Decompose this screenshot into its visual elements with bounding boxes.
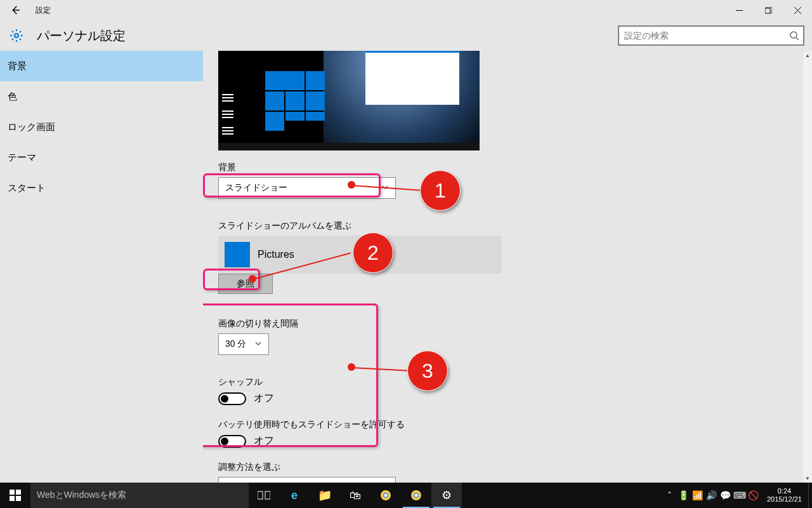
background-dropdown[interactable]: スライドショー bbox=[218, 177, 396, 199]
start-button[interactable] bbox=[0, 483, 30, 508]
sidebar-item-label: 背景 bbox=[8, 60, 27, 72]
window-controls bbox=[724, 0, 812, 20]
tray-wifi[interactable]: 📶 bbox=[691, 483, 705, 508]
background-value: スライドショー bbox=[225, 182, 287, 194]
chrome-icon bbox=[380, 490, 391, 501]
album-name: Pictures bbox=[258, 249, 294, 260]
back-button[interactable] bbox=[0, 0, 30, 20]
folder-icon bbox=[225, 242, 250, 267]
interval-label: 画像の切り替え間隔 bbox=[218, 318, 812, 330]
svg-point-11 bbox=[384, 494, 388, 497]
content-area: 背景 スライドショー スライドショーのアルバムを選ぶ Pictures 参照 画… bbox=[203, 51, 812, 483]
folder-icon: 📁 bbox=[318, 488, 332, 502]
close-button[interactable] bbox=[783, 0, 812, 20]
scrollbar[interactable]: ▲ ▼ bbox=[803, 51, 812, 483]
search-input[interactable] bbox=[618, 25, 804, 46]
tray-ime[interactable]: ⌨ bbox=[733, 483, 747, 508]
gear-icon: ⚙ bbox=[442, 488, 452, 502]
shuffle-value: オフ bbox=[254, 392, 274, 405]
notification-icon: 💬 bbox=[720, 490, 731, 500]
volume-icon: 🔊 bbox=[706, 490, 717, 500]
svg-point-1 bbox=[15, 34, 18, 37]
callout-3: 3 bbox=[407, 351, 448, 391]
header: パーソナル設定 bbox=[0, 20, 812, 51]
sidebar-item-colors[interactable]: 色 bbox=[0, 81, 203, 112]
restore-icon bbox=[765, 7, 772, 14]
edge-icon: e bbox=[291, 489, 298, 502]
body: 背景 色 ロック画面 テーマ スタート 背景 スライドショー スライ bbox=[0, 51, 812, 483]
sidebar-item-lockscreen[interactable]: ロック画面 bbox=[0, 112, 203, 142]
svg-rect-7 bbox=[258, 491, 263, 499]
fit-label: 調整方法を選ぶ bbox=[218, 462, 812, 473]
gear-icon bbox=[9, 28, 24, 43]
shuffle-toggle[interactable] bbox=[218, 392, 246, 405]
clock-date: 2015/12/21 bbox=[767, 495, 802, 504]
sidebar-item-start[interactable]: スタート bbox=[0, 173, 203, 203]
store-icon: 🛍 bbox=[350, 489, 361, 502]
interval-dropdown[interactable]: 30 分 bbox=[218, 333, 269, 355]
annotation-line bbox=[351, 367, 409, 371]
sidebar-item-themes[interactable]: テーマ bbox=[0, 142, 203, 173]
interval-value: 30 分 bbox=[225, 338, 246, 350]
scroll-up-icon[interactable]: ▲ bbox=[803, 51, 812, 60]
taskbar-search[interactable]: WebとWindowsを検索 bbox=[30, 483, 249, 508]
taskbar-edge[interactable]: e bbox=[279, 483, 310, 508]
task-view-icon bbox=[258, 490, 270, 500]
desktop-preview bbox=[218, 51, 480, 150]
battery-icon: 🔋 bbox=[678, 490, 689, 500]
scroll-down-icon[interactable]: ▼ bbox=[803, 474, 812, 483]
taskbar-settings[interactable]: ⚙ bbox=[431, 483, 462, 508]
taskbar-clock[interactable]: 0:24 2015/12/21 bbox=[761, 487, 808, 504]
sidebar-item-label: ロック画面 bbox=[8, 121, 55, 133]
windows-icon bbox=[10, 490, 21, 501]
page-title: パーソナル設定 bbox=[37, 27, 126, 44]
keyboard-icon: ⌨ bbox=[733, 490, 746, 500]
window-title: 設定 bbox=[36, 5, 51, 16]
svg-point-14 bbox=[415, 494, 418, 497]
sidebar-item-label: 色 bbox=[8, 91, 17, 103]
svg-rect-8 bbox=[265, 491, 270, 499]
search-wrap bbox=[618, 25, 804, 46]
svg-rect-3 bbox=[10, 490, 15, 495]
chevron-up-icon: ˄ bbox=[667, 490, 672, 500]
tray-block[interactable]: 🚫 bbox=[747, 483, 761, 508]
taskbar-chrome-2[interactable] bbox=[401, 483, 431, 508]
taskbar-chrome-1[interactable] bbox=[370, 483, 401, 508]
svg-rect-6 bbox=[16, 496, 21, 501]
task-view-button[interactable] bbox=[249, 483, 279, 508]
taskbar-store[interactable]: 🛍 bbox=[340, 483, 370, 508]
sidebar-item-label: スタート bbox=[8, 182, 46, 194]
system-tray: ˄ 🔋 📶 🔊 💬 ⌨ 🚫 0:24 2015/12/21 bbox=[663, 483, 812, 508]
sidebar-item-label: テーマ bbox=[8, 152, 36, 164]
battery-label: バッテリ使用時でもスライドショーを許可する bbox=[218, 419, 812, 431]
tray-action-center[interactable]: 💬 bbox=[719, 483, 733, 508]
battery-toggle[interactable] bbox=[218, 435, 246, 448]
taskbar: WebとWindowsを検索 e 📁 🛍 ⚙ ˄ 🔋 📶 🔊 💬 ⌨ 🚫 0:2… bbox=[0, 483, 812, 508]
svg-rect-4 bbox=[16, 490, 21, 495]
battery-value: オフ bbox=[254, 434, 274, 448]
chrome-icon bbox=[410, 490, 422, 501]
maximize-button[interactable] bbox=[754, 0, 783, 20]
sidebar-item-background[interactable]: 背景 bbox=[0, 51, 203, 81]
tray-volume[interactable]: 🔊 bbox=[705, 483, 719, 508]
fit-dropdown[interactable]: ページ幅に合わせる bbox=[218, 477, 396, 483]
close-icon bbox=[794, 7, 801, 14]
show-desktop-button[interactable] bbox=[808, 483, 812, 508]
minimize-button[interactable] bbox=[724, 0, 754, 20]
tray-battery[interactable]: 🔋 bbox=[677, 483, 691, 508]
callout-2: 2 bbox=[353, 232, 393, 273]
background-label: 背景 bbox=[218, 162, 812, 173]
sidebar: 背景 色 ロック画面 テーマ スタート bbox=[0, 51, 203, 483]
wifi-icon: 📶 bbox=[692, 490, 703, 500]
svg-rect-5 bbox=[10, 496, 15, 501]
tray-overflow[interactable]: ˄ bbox=[663, 483, 677, 508]
search-icon bbox=[789, 30, 799, 41]
block-icon: 🚫 bbox=[748, 490, 759, 500]
titlebar: 設定 bbox=[0, 0, 812, 20]
clock-time: 0:24 bbox=[767, 487, 802, 495]
taskbar-explorer[interactable]: 📁 bbox=[310, 483, 340, 508]
svg-point-2 bbox=[790, 32, 797, 38]
album-label: スライドショーのアルバムを選ぶ bbox=[218, 220, 812, 232]
arrow-left-icon bbox=[10, 4, 21, 16]
chevron-down-icon bbox=[254, 339, 262, 349]
